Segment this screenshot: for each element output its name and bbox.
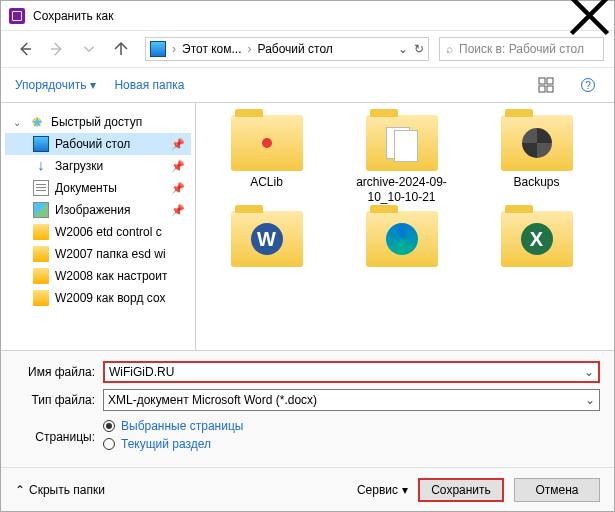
document-icon (33, 180, 49, 196)
tree-downloads[interactable]: Загрузки 📌 (5, 155, 191, 177)
arrow-right-icon (48, 40, 66, 58)
cancel-button[interactable]: Отмена (514, 478, 600, 502)
tree-quick-access[interactable]: ⌄ Быстрый доступ (5, 111, 191, 133)
picture-icon (33, 202, 49, 218)
folder-item[interactable]: X (474, 211, 599, 271)
titlebar: Сохранить как (1, 1, 614, 31)
radio-icon (103, 438, 115, 450)
star-icon (29, 114, 45, 130)
address-bar[interactable]: › Этот ком... › Рабочий стол ⌄ ↻ (145, 37, 429, 61)
radio-icon (103, 420, 115, 432)
tree-folder[interactable]: W2007 папка esd wi (5, 243, 191, 265)
tree-folder[interactable]: W2006 etd control c (5, 221, 191, 243)
svg-rect-3 (547, 86, 553, 92)
form-area: Имя файла: WiFiGiD.RU ⌄ Тип файла: XML-д… (1, 350, 614, 467)
tree-pictures[interactable]: Изображения 📌 (5, 199, 191, 221)
chevron-down-icon (80, 40, 98, 58)
organize-button[interactable]: Упорядочить▾ (15, 78, 96, 92)
folder-icon (33, 224, 49, 240)
file-grid: ACLib archive-2024-09-10_10-10-21 Backup… (204, 115, 606, 271)
tree-documents[interactable]: Документы 📌 (5, 177, 191, 199)
search-icon: ⌕ (446, 42, 453, 56)
svg-rect-2 (539, 86, 545, 92)
folder-item[interactable]: W (204, 211, 329, 271)
svg-rect-0 (539, 78, 545, 84)
refresh-icon[interactable]: ↻ (414, 42, 424, 56)
folder-icon (33, 290, 49, 306)
dialog-title: Сохранить как (33, 9, 113, 23)
up-button[interactable] (107, 35, 135, 63)
radio-selected-pages[interactable]: Выбранные страницы (103, 419, 600, 433)
folder-icon (231, 115, 303, 171)
chevron-down-icon[interactable]: ⌄ (584, 365, 594, 379)
tree-desktop[interactable]: Рабочий стол 📌 (5, 133, 191, 155)
save-as-dialog: Сохранить как › Этот ком... › Рабочий ст… (0, 0, 615, 512)
folder-icon: X (501, 211, 573, 267)
download-icon (33, 158, 49, 174)
filename-label: Имя файла: (15, 365, 103, 379)
chevron-down-icon: ▾ (90, 78, 96, 92)
file-area[interactable]: ACLib archive-2024-09-10_10-10-21 Backup… (196, 103, 614, 350)
nav-bar: › Этот ком... › Рабочий стол ⌄ ↻ ⌕ Поиск… (1, 31, 614, 67)
app-icon (9, 8, 25, 24)
pin-icon: 📌 (171, 182, 185, 195)
chevron-down-icon[interactable]: ⌄ (398, 42, 408, 56)
help-icon: ? (580, 77, 596, 93)
hide-folders-button[interactable]: ⌃ Скрыть папки (15, 483, 105, 497)
view-icon (538, 77, 554, 93)
breadcrumb-current[interactable]: Рабочий стол (258, 42, 333, 56)
radio-current-section[interactable]: Текущий раздел (103, 437, 600, 451)
view-button[interactable] (534, 73, 558, 97)
folder-item[interactable]: Backups (474, 115, 599, 205)
folder-icon: W (231, 211, 303, 267)
nav-tree[interactable]: ⌄ Быстрый доступ Рабочий стол 📌 Загрузки… (1, 103, 196, 350)
folder-item[interactable]: archive-2024-09-10_10-10-21 (339, 115, 464, 205)
pin-icon: 📌 (171, 138, 185, 151)
pc-icon (150, 41, 166, 57)
chevron-up-icon: ⌃ (15, 483, 25, 497)
folder-icon (33, 246, 49, 262)
content-area: ⌄ Быстрый доступ Рабочий стол 📌 Загрузки… (1, 103, 614, 350)
folder-icon (366, 115, 438, 171)
forward-button[interactable] (43, 35, 71, 63)
folder-item[interactable]: ACLib (204, 115, 329, 205)
arrow-up-icon (112, 40, 130, 58)
folder-item[interactable] (339, 211, 464, 271)
close-button[interactable] (567, 1, 612, 31)
search-placeholder: Поиск в: Рабочий стол (459, 42, 584, 56)
tree-folder[interactable]: W2009 как ворд сох (5, 287, 191, 309)
svg-rect-1 (547, 78, 553, 84)
recent-dropdown[interactable] (75, 35, 103, 63)
save-button[interactable]: Сохранить (418, 478, 504, 502)
toolbar: Упорядочить▾ Новая папка ? (1, 67, 614, 103)
breadcrumb-sep: › (172, 42, 176, 56)
help-button[interactable]: ? (576, 73, 600, 97)
filetype-select[interactable]: XML-документ Microsoft Word (*.docx) ⌄ (103, 389, 600, 411)
pin-icon: 📌 (171, 204, 185, 217)
collapse-icon[interactable]: ⌄ (13, 117, 23, 128)
service-button[interactable]: Сервис ▾ (357, 483, 408, 497)
pages-label: Страницы: (15, 430, 103, 444)
search-input[interactable]: ⌕ Поиск в: Рабочий стол (439, 37, 604, 61)
folder-icon (33, 268, 49, 284)
breadcrumb-root[interactable]: Этот ком... (182, 42, 242, 56)
new-folder-button[interactable]: Новая папка (114, 78, 184, 92)
chevron-down-icon[interactable]: ⌄ (585, 393, 595, 407)
folder-icon (366, 211, 438, 267)
desktop-icon (33, 136, 49, 152)
pin-icon: 📌 (171, 160, 185, 173)
footer: ⌃ Скрыть папки Сервис ▾ Сохранить Отмена (1, 467, 614, 511)
chevron-down-icon: ▾ (402, 483, 408, 497)
folder-icon (501, 115, 573, 171)
tree-folder[interactable]: W2008 как настроит (5, 265, 191, 287)
filetype-label: Тип файла: (15, 393, 103, 407)
arrow-left-icon (16, 40, 34, 58)
back-button[interactable] (11, 35, 39, 63)
filename-input[interactable]: WiFiGiD.RU ⌄ (103, 361, 600, 383)
svg-text:?: ? (585, 80, 591, 91)
